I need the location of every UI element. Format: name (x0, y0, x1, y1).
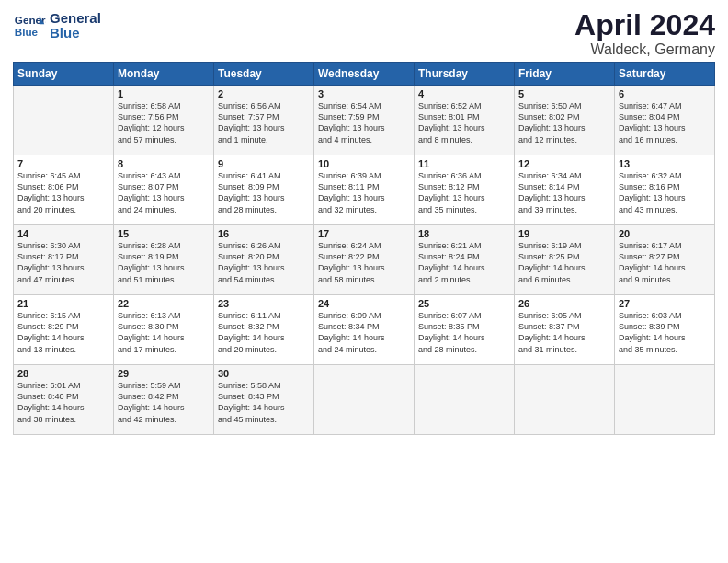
calendar-row: 21Sunrise: 6:15 AM Sunset: 8:29 PM Dayli… (14, 295, 715, 365)
day-number: 8 (118, 158, 210, 169)
day-info: Sunrise: 6:45 AM Sunset: 8:06 PM Dayligh… (17, 170, 109, 215)
day-info: Sunrise: 6:01 AM Sunset: 8:40 PM Dayligh… (17, 380, 109, 425)
calendar-header: Sunday Monday Tuesday Wednesday Thursday… (14, 63, 715, 86)
calendar-row: 1Sunrise: 6:58 AM Sunset: 7:56 PM Daylig… (14, 86, 715, 155)
calendar-row: 28Sunrise: 6:01 AM Sunset: 8:40 PM Dayli… (14, 365, 715, 435)
header-row: Sunday Monday Tuesday Wednesday Thursday… (14, 63, 715, 86)
day-info: Sunrise: 5:59 AM Sunset: 8:42 PM Dayligh… (118, 380, 210, 425)
calendar-cell: 8Sunrise: 6:43 AM Sunset: 8:07 PM Daylig… (114, 155, 214, 225)
calendar-cell (615, 365, 715, 435)
day-number: 22 (118, 298, 210, 309)
day-info: Sunrise: 6:54 AM Sunset: 7:59 PM Dayligh… (318, 100, 410, 145)
day-info: Sunrise: 6:17 AM Sunset: 8:27 PM Dayligh… (619, 240, 711, 285)
calendar-cell: 6Sunrise: 6:47 AM Sunset: 8:04 PM Daylig… (615, 86, 715, 155)
location-title: Waldeck, Germany (574, 41, 715, 58)
calendar-cell: 15Sunrise: 6:28 AM Sunset: 8:19 PM Dayli… (114, 225, 214, 295)
day-number: 18 (418, 228, 510, 239)
calendar-cell: 17Sunrise: 6:24 AM Sunset: 8:22 PM Dayli… (314, 225, 415, 295)
calendar-cell: 21Sunrise: 6:15 AM Sunset: 8:29 PM Dayli… (14, 295, 114, 365)
day-info: Sunrise: 6:24 AM Sunset: 8:22 PM Dayligh… (318, 240, 410, 285)
calendar-cell: 11Sunrise: 6:36 AM Sunset: 8:12 PM Dayli… (415, 155, 515, 225)
day-info: Sunrise: 6:05 AM Sunset: 8:37 PM Dayligh… (518, 310, 610, 355)
day-info: Sunrise: 6:11 AM Sunset: 8:32 PM Dayligh… (218, 310, 310, 355)
calendar-cell: 25Sunrise: 6:07 AM Sunset: 8:35 PM Dayli… (415, 295, 515, 365)
day-info: Sunrise: 6:07 AM Sunset: 8:35 PM Dayligh… (418, 310, 510, 355)
day-info: Sunrise: 6:32 AM Sunset: 8:16 PM Dayligh… (619, 170, 711, 215)
calendar-table: Sunday Monday Tuesday Wednesday Thursday… (13, 62, 715, 435)
calendar-cell: 29Sunrise: 5:59 AM Sunset: 8:42 PM Dayli… (114, 365, 214, 435)
logo-line2: Blue (50, 26, 101, 41)
day-number: 10 (318, 158, 410, 169)
day-number: 23 (218, 298, 310, 309)
day-number: 11 (418, 158, 510, 169)
title-block: April 2024 Waldeck, Germany (574, 9, 715, 58)
day-number: 5 (518, 88, 610, 99)
day-number: 17 (318, 228, 410, 239)
day-number: 14 (17, 228, 109, 239)
day-info: Sunrise: 5:58 AM Sunset: 8:43 PM Dayligh… (218, 380, 310, 425)
day-info: Sunrise: 6:19 AM Sunset: 8:25 PM Dayligh… (518, 240, 610, 285)
col-sunday: Sunday (14, 63, 114, 86)
day-number: 26 (518, 298, 610, 309)
day-number: 6 (619, 88, 711, 99)
day-info: Sunrise: 6:50 AM Sunset: 8:02 PM Dayligh… (518, 100, 610, 145)
month-title: April 2024 (574, 9, 715, 41)
day-info: Sunrise: 6:47 AM Sunset: 8:04 PM Dayligh… (619, 100, 711, 145)
day-number: 13 (619, 158, 711, 169)
day-number: 2 (218, 88, 310, 99)
col-wednesday: Wednesday (314, 63, 415, 86)
logo: General Blue General Blue (13, 9, 101, 42)
col-thursday: Thursday (415, 63, 515, 86)
day-info: Sunrise: 6:21 AM Sunset: 8:24 PM Dayligh… (418, 240, 510, 285)
page-container: General Blue General Blue April 2024 Wal… (0, 0, 728, 444)
day-info: Sunrise: 6:30 AM Sunset: 8:17 PM Dayligh… (17, 240, 109, 285)
calendar-cell: 1Sunrise: 6:58 AM Sunset: 7:56 PM Daylig… (114, 86, 214, 155)
calendar-cell: 5Sunrise: 6:50 AM Sunset: 8:02 PM Daylig… (515, 86, 615, 155)
day-number: 25 (418, 298, 510, 309)
day-info: Sunrise: 6:28 AM Sunset: 8:19 PM Dayligh… (118, 240, 210, 285)
day-info: Sunrise: 6:41 AM Sunset: 8:09 PM Dayligh… (218, 170, 310, 215)
day-info: Sunrise: 6:43 AM Sunset: 8:07 PM Dayligh… (118, 170, 210, 215)
calendar-cell: 26Sunrise: 6:05 AM Sunset: 8:37 PM Dayli… (515, 295, 615, 365)
calendar-cell: 13Sunrise: 6:32 AM Sunset: 8:16 PM Dayli… (615, 155, 715, 225)
day-number: 3 (318, 88, 410, 99)
day-number: 16 (218, 228, 310, 239)
calendar-cell: 4Sunrise: 6:52 AM Sunset: 8:01 PM Daylig… (415, 86, 515, 155)
calendar-cell: 16Sunrise: 6:26 AM Sunset: 8:20 PM Dayli… (214, 225, 314, 295)
day-info: Sunrise: 6:26 AM Sunset: 8:20 PM Dayligh… (218, 240, 310, 285)
calendar-cell: 10Sunrise: 6:39 AM Sunset: 8:11 PM Dayli… (314, 155, 415, 225)
calendar-row: 7Sunrise: 6:45 AM Sunset: 8:06 PM Daylig… (14, 155, 715, 225)
day-info: Sunrise: 6:36 AM Sunset: 8:12 PM Dayligh… (418, 170, 510, 215)
calendar-cell: 19Sunrise: 6:19 AM Sunset: 8:25 PM Dayli… (515, 225, 615, 295)
calendar-cell (415, 365, 515, 435)
calendar-row: 14Sunrise: 6:30 AM Sunset: 8:17 PM Dayli… (14, 225, 715, 295)
day-number: 24 (318, 298, 410, 309)
calendar-cell: 7Sunrise: 6:45 AM Sunset: 8:06 PM Daylig… (14, 155, 114, 225)
day-number: 12 (518, 158, 610, 169)
svg-text:Blue: Blue (15, 26, 39, 38)
day-number: 30 (218, 368, 310, 379)
calendar-cell: 27Sunrise: 6:03 AM Sunset: 8:39 PM Dayli… (615, 295, 715, 365)
day-info: Sunrise: 6:03 AM Sunset: 8:39 PM Dayligh… (619, 310, 711, 355)
day-info: Sunrise: 6:58 AM Sunset: 7:56 PM Dayligh… (118, 100, 210, 145)
header: General Blue General Blue April 2024 Wal… (13, 9, 715, 58)
logo-icon: General Blue (13, 9, 46, 42)
day-number: 1 (118, 88, 210, 99)
col-friday: Friday (515, 63, 615, 86)
col-saturday: Saturday (615, 63, 715, 86)
calendar-cell: 14Sunrise: 6:30 AM Sunset: 8:17 PM Dayli… (14, 225, 114, 295)
calendar-cell (14, 86, 114, 155)
day-number: 4 (418, 88, 510, 99)
calendar-cell: 3Sunrise: 6:54 AM Sunset: 7:59 PM Daylig… (314, 86, 415, 155)
logo-line1: General (50, 11, 101, 27)
calendar-cell: 23Sunrise: 6:11 AM Sunset: 8:32 PM Dayli… (214, 295, 314, 365)
day-info: Sunrise: 6:13 AM Sunset: 8:30 PM Dayligh… (118, 310, 210, 355)
day-number: 20 (619, 228, 711, 239)
day-number: 27 (619, 298, 711, 309)
calendar-cell: 22Sunrise: 6:13 AM Sunset: 8:30 PM Dayli… (114, 295, 214, 365)
day-info: Sunrise: 6:56 AM Sunset: 7:57 PM Dayligh… (218, 100, 310, 145)
day-number: 29 (118, 368, 210, 379)
calendar-cell: 20Sunrise: 6:17 AM Sunset: 8:27 PM Dayli… (615, 225, 715, 295)
day-info: Sunrise: 6:34 AM Sunset: 8:14 PM Dayligh… (518, 170, 610, 215)
calendar-cell: 24Sunrise: 6:09 AM Sunset: 8:34 PM Dayli… (314, 295, 415, 365)
